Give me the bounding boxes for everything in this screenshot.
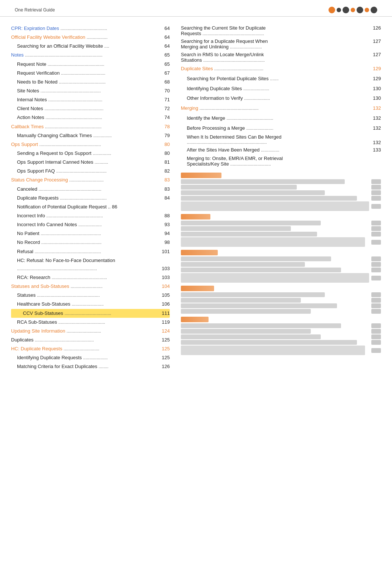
toc-item-canceled: Canceled ...............................… xyxy=(11,185,170,194)
toc-item-hc-refusal-dots: ........................................… xyxy=(11,265,170,273)
toc-item-updating-site[interactable]: Updating Site Information ..............… xyxy=(11,327,170,336)
blurred-line xyxy=(181,179,345,184)
toc-item-duplicate-sites[interactable]: Duplicate Sites ........................… xyxy=(181,64,381,74)
toc-item-id-merge: Identify the Merge .....................… xyxy=(181,113,381,123)
toc-item-search-rms: Search in RMS to Locate Merge/UnlinkSitu… xyxy=(181,51,381,64)
toc-page: 84 xyxy=(159,194,170,202)
blurred-num xyxy=(371,298,381,303)
blurred-num xyxy=(371,340,381,345)
logo-dot-5 xyxy=(357,7,363,13)
blurred-num xyxy=(371,232,381,237)
toc-page: 67 xyxy=(159,69,170,77)
blurred-num xyxy=(371,196,381,201)
toc-page: 101 xyxy=(159,248,170,255)
blurred-header xyxy=(181,250,218,255)
toc-item-after-merged: After the Sites Have Been Merged .......… xyxy=(181,145,381,155)
toc-item-cpr-expiration[interactable]: CPR: Expiration Dates ..................… xyxy=(11,24,170,33)
toc-page: 74 xyxy=(159,114,170,121)
toc-label: Request Verification ...................… xyxy=(11,69,159,77)
blurred-num xyxy=(371,179,381,184)
toc-label: Internal Notes .........................… xyxy=(11,96,159,103)
toc-label: Notification of Potential Duplicate Requ… xyxy=(11,203,170,211)
blurred-section-2 xyxy=(181,214,381,247)
toc-page: 132 xyxy=(368,140,381,145)
toc-page: 119 xyxy=(159,319,170,326)
toc-label: No Record ..............................… xyxy=(11,239,159,246)
toc-label: Canceled ...............................… xyxy=(11,186,159,193)
toc-label: Searching the Current Site for Duplicate… xyxy=(181,25,266,36)
toc-page: 130 xyxy=(368,85,381,93)
blurred-line xyxy=(181,190,325,195)
toc-label: Request Note ...........................… xyxy=(11,61,159,68)
toc-item-no-record: No Record ..............................… xyxy=(11,238,170,247)
toc-item-before-merge: Before Processing a Merge ..............… xyxy=(181,123,381,133)
blurred-num xyxy=(371,226,381,231)
toc-label: Duplicate Requests .....................… xyxy=(11,194,159,202)
toc-page: 64 xyxy=(159,25,170,32)
toc-item-search-potential: Searching for Potential Duplicate Sites … xyxy=(181,74,381,84)
blurred-section-4 xyxy=(181,286,381,314)
toc-label: HC: Refusal: No Face-to-Face Documentati… xyxy=(11,257,170,264)
blurred-line xyxy=(181,292,325,297)
toc-label: Manually Changing Callback Times .......… xyxy=(11,132,159,139)
toc-page: 83 xyxy=(159,176,170,184)
blurred-num xyxy=(371,256,381,261)
toc-page: 133 xyxy=(368,146,381,154)
toc-label: Incorrect Info .........................… xyxy=(11,212,159,220)
blurred-num xyxy=(371,276,381,280)
toc-label: Healthcare Sub-Statuses ................… xyxy=(11,300,159,308)
toc-page: 126 xyxy=(368,25,381,31)
toc-item-id-dup-sites: Identifying Duplicate Sites ............… xyxy=(181,84,381,94)
toc-page: 88 xyxy=(159,212,170,220)
blurred-line xyxy=(181,268,341,272)
toc-label: Searching for a Duplicate Request WhenMe… xyxy=(181,38,268,50)
toc-label: Notes ..................................… xyxy=(11,51,159,59)
toc-page: 65 xyxy=(159,51,170,59)
toc-item-ops-support[interactable]: Ops Support ............................… xyxy=(11,140,170,149)
toc-label: Incorrect Info Canned Notes ............… xyxy=(11,221,159,228)
toc-item-search-official: Searching for an Official Facility Websi… xyxy=(11,42,170,51)
toc-item-statuses[interactable]: Statuses and Sub-Statuses ..............… xyxy=(11,282,170,291)
toc-item-status-change[interactable]: Status Change Processing ...............… xyxy=(11,176,170,184)
toc-label: Duplicates .............................… xyxy=(11,336,159,344)
toc-item-official-facility[interactable]: Official Facility Website Verification .… xyxy=(11,33,170,42)
blurred-header xyxy=(181,317,209,322)
toc-page: 106 xyxy=(159,300,170,308)
toc-item-client-notes: Client Notes ...........................… xyxy=(11,104,170,113)
toc-label: No Patient .............................… xyxy=(11,230,159,237)
toc-page: 104 xyxy=(159,283,170,290)
toc-label: When It Is Determined Sites Can Be Merge… xyxy=(187,134,282,140)
toc-label: Identifying Duplicate Sites ............… xyxy=(181,85,269,93)
toc-item-request-verification: Request Verification ...................… xyxy=(11,69,170,78)
blurred-line xyxy=(181,309,311,314)
right-column: Searching the Current Site for Duplicate… xyxy=(181,24,381,371)
toc-item-matching-criteria: Matching Criteria for Exact Duplicates .… xyxy=(11,362,170,371)
toc-item-hc-refusal: HC: Refusal: No Face-to-Face Documentati… xyxy=(11,256,170,265)
toc-label: Matching Criteria for Exact Duplicates .… xyxy=(11,363,159,370)
toc-item-id-dup-requests: Identifying Duplicate Requests .........… xyxy=(11,353,170,362)
toc-label: Site Notes .............................… xyxy=(11,87,159,95)
toc-item-rca-sub: RCA Sub-Statuses .......................… xyxy=(11,318,170,327)
page-header: One Retrieval Guide xyxy=(0,0,392,17)
toc-page: 126 xyxy=(159,363,170,370)
toc-item-merging[interactable]: Merging ................................… xyxy=(181,103,381,113)
toc-page: 130 xyxy=(368,95,381,102)
blurred-line xyxy=(181,323,341,328)
logo-dot-4 xyxy=(351,8,355,12)
toc-label: Searching for an Official Facility Websi… xyxy=(11,42,159,50)
toc-item-callback-times[interactable]: Callback Times .........................… xyxy=(11,122,170,131)
toc-item-ops-request: Sending a Request to Ops Support .......… xyxy=(11,149,170,158)
toc-item-duplicate-requests: Duplicate Requests .....................… xyxy=(11,194,170,203)
toc-item-hc-duplicate[interactable]: HC: Duplicate Requests .................… xyxy=(11,344,170,353)
toc-label: Ops Support ............................… xyxy=(11,141,159,148)
toc-item-ccv-sub[interactable]: CCV Sub-Statuses .......................… xyxy=(11,309,170,318)
toc-item-action-notes: Action Notes ...........................… xyxy=(11,113,170,122)
toc-label: RCA: Research ..........................… xyxy=(11,274,159,281)
toc-page: 132 xyxy=(368,105,381,112)
left-column: CPR: Expiration Dates ..................… xyxy=(11,24,170,371)
toc-label: Identify the Merge .....................… xyxy=(181,115,273,122)
toc-page: 125 xyxy=(159,345,170,353)
toc-item-notes[interactable]: Notes ..................................… xyxy=(11,51,170,59)
blurred-line xyxy=(181,303,337,308)
toc-label: Ops Support Internal Canned Notes ......… xyxy=(11,159,159,166)
